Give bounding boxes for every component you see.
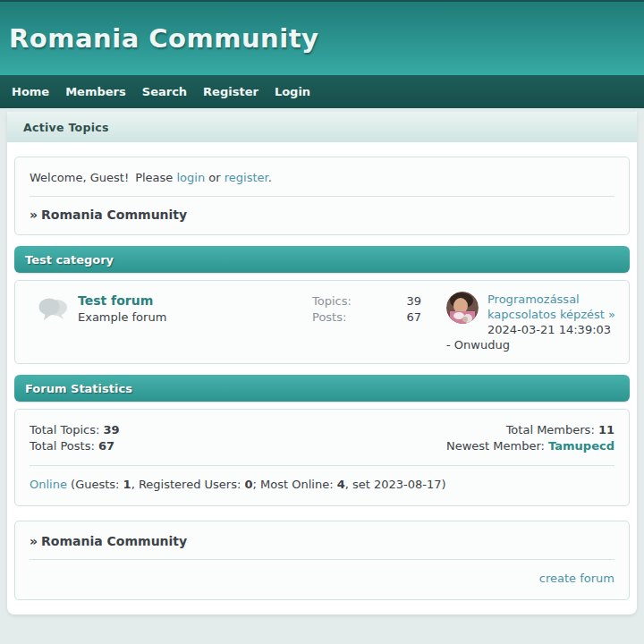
active-topics-link[interactable]: Active Topics bbox=[23, 121, 109, 134]
newest-member-row: Newest Member: Tamupecd bbox=[446, 438, 614, 454]
topics-value: 39 bbox=[352, 293, 421, 309]
breadcrumb-marker: » bbox=[30, 208, 38, 222]
forum-description: Example forum bbox=[78, 310, 312, 324]
forum-row: Test forum Example forum Topics: 39 Post… bbox=[26, 292, 618, 352]
forum-stats: Topics: 39 Posts: 67 bbox=[312, 292, 421, 325]
welcome-greeting: Welcome, Guest! bbox=[30, 171, 129, 184]
statistics-title: Forum Statistics bbox=[25, 382, 132, 395]
online-registered-label: , Registered Users: bbox=[131, 478, 245, 491]
last-post-author: Onwudug bbox=[454, 338, 510, 352]
newest-member-label: Newest Member: bbox=[446, 439, 548, 453]
sub-nav-strip: Active Topics bbox=[7, 112, 637, 142]
welcome-box: Welcome, Guest!Please login or register.… bbox=[14, 157, 630, 235]
online-guests-value: 1 bbox=[123, 478, 131, 491]
welcome-please: Please bbox=[135, 171, 173, 184]
nav-item-members[interactable]: Members bbox=[57, 75, 134, 108]
main-container: Active Topics Welcome, Guest!Please logi… bbox=[7, 112, 637, 614]
topics-label: Topics: bbox=[312, 293, 352, 309]
create-forum-row: create forum bbox=[30, 571, 614, 587]
total-posts-row: Total Posts: 67 bbox=[30, 438, 120, 454]
last-post: Programozással kapcsolatos képzést » 202… bbox=[446, 292, 618, 352]
login-link[interactable]: login bbox=[176, 171, 205, 184]
nav-item-register[interactable]: Register bbox=[195, 75, 267, 108]
posts-label: Posts: bbox=[312, 309, 352, 325]
last-post-topic-link[interactable]: Programozással kapcsolatos képzést » bbox=[487, 292, 615, 321]
category-title: Test category bbox=[25, 253, 114, 267]
divider bbox=[30, 196, 614, 197]
forum-icon-cell bbox=[26, 292, 78, 326]
total-members-row: Total Members: 11 bbox=[446, 422, 614, 438]
total-members-value: 11 bbox=[598, 423, 614, 436]
total-topics-label: Total Topics: bbox=[30, 423, 103, 436]
total-topics-row: Total Topics: 39 bbox=[30, 422, 120, 438]
online-info: Online (Guests: 1, Registered Users: 0; … bbox=[30, 477, 614, 493]
welcome-period: . bbox=[268, 171, 272, 184]
footer-breadcrumb-link[interactable]: Romania Community bbox=[41, 534, 187, 548]
total-topics-value: 39 bbox=[103, 423, 119, 436]
footer-breadcrumb: »Romania Community bbox=[30, 534, 614, 548]
main-nav: Home Members Search Register Login bbox=[0, 75, 644, 108]
forum-box: Test forum Example forum Topics: 39 Post… bbox=[14, 280, 630, 364]
chat-bubbles-icon bbox=[38, 313, 69, 326]
category-header: Test category bbox=[14, 246, 630, 273]
footer-box: »Romania Community create forum bbox=[14, 521, 630, 600]
statistics-header: Forum Statistics bbox=[14, 375, 630, 402]
total-posts-label: Total Posts: bbox=[30, 439, 98, 453]
forum-name-link[interactable]: Test forum bbox=[78, 293, 153, 308]
total-posts-value: 67 bbox=[98, 439, 114, 453]
footer-breadcrumb-marker: » bbox=[30, 534, 38, 548]
online-most-value: 4 bbox=[337, 478, 345, 491]
site-title[interactable]: Romania Community bbox=[9, 23, 318, 54]
nav-item-home[interactable]: Home bbox=[4, 75, 57, 108]
online-most-label: ; Most Online: bbox=[253, 478, 337, 491]
nav-item-login[interactable]: Login bbox=[267, 75, 318, 108]
total-members-label: Total Members: bbox=[506, 423, 598, 436]
statistics-box: Total Topics: 39 Total Posts: 67 Total M… bbox=[14, 409, 630, 506]
statistics-right-column: Total Members: 11 Newest Member: Tamupec… bbox=[446, 422, 614, 454]
online-guests-label: (Guests: bbox=[67, 478, 123, 491]
create-forum-link[interactable]: create forum bbox=[539, 572, 614, 585]
online-registered-value: 0 bbox=[244, 478, 252, 491]
newest-member-link[interactable]: Tamupecd bbox=[548, 439, 614, 453]
statistics-left-column: Total Topics: 39 Total Posts: 67 bbox=[30, 422, 120, 454]
statistics-columns: Total Topics: 39 Total Posts: 67 Total M… bbox=[30, 422, 614, 454]
breadcrumb-home-link[interactable]: Romania Community bbox=[41, 208, 187, 222]
breadcrumb: »Romania Community bbox=[30, 208, 614, 222]
online-set-label: , set 2023-08-17) bbox=[345, 478, 446, 491]
welcome-message: Welcome, Guest!Please login or register. bbox=[30, 170, 614, 185]
nav-item-search[interactable]: Search bbox=[134, 75, 195, 108]
welcome-or: or bbox=[208, 171, 220, 184]
member-avatar[interactable] bbox=[446, 292, 479, 324]
register-link[interactable]: register bbox=[225, 171, 268, 184]
posts-value: 67 bbox=[352, 309, 421, 325]
divider bbox=[30, 559, 614, 560]
site-header: Romania Community bbox=[0, 0, 644, 75]
divider bbox=[30, 465, 614, 466]
online-link[interactable]: Online bbox=[30, 478, 67, 491]
forum-info: Test forum Example forum bbox=[78, 292, 312, 324]
